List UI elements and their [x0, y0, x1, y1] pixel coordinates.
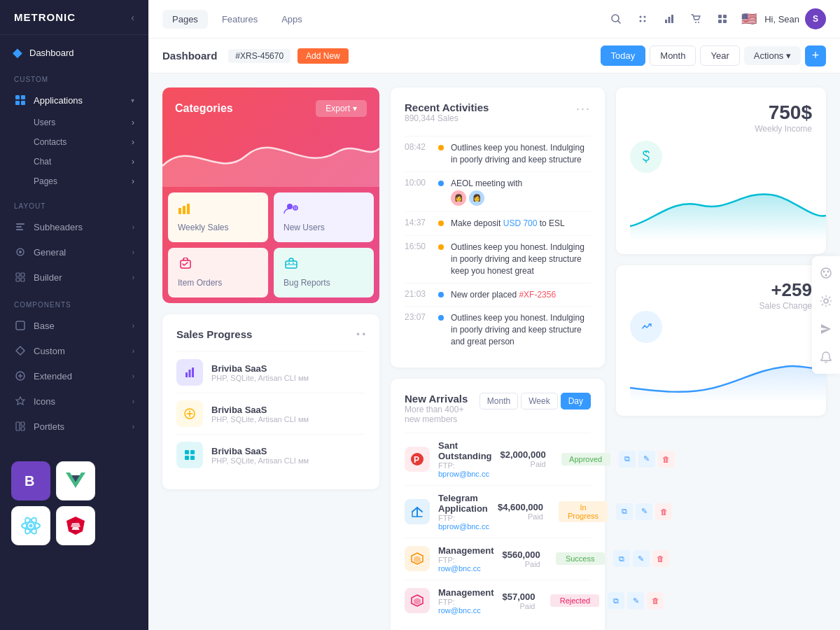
sp-sub-1: PHP, SQLite, Artisan CLI мм	[211, 415, 365, 424]
na-badge-1: In Progress	[559, 501, 608, 522]
cat-new-users[interactable]: New Users	[274, 192, 374, 242]
page-tag: #XRS-45670	[228, 49, 290, 63]
sp-dots[interactable]: • •	[356, 329, 365, 340]
na-paid-3: Paid	[502, 602, 535, 610]
builder-label: Builder	[34, 272, 62, 283]
side-icon-send[interactable]	[816, 319, 836, 339]
svg-rect-4	[16, 223, 24, 225]
act-text-3: Outlines keep you honest. Indulging in p…	[451, 241, 591, 276]
activities-title: Recent Activities	[405, 102, 489, 113]
sales-progress-menu: • •	[356, 329, 365, 340]
top-navigation: Pages Features Apps 🇺🇸 Hi, Sean S	[148, 0, 840, 38]
item-orders-icon	[178, 258, 258, 274]
sidebar-item-portlets[interactable]: Portlets ›	[0, 414, 148, 439]
activities-title-area: Recent Activities 890,344 Sales	[405, 102, 489, 133]
sidebar-item-extended[interactable]: Extended ›	[0, 363, 148, 388]
sidebar-sub-chat[interactable]: Chat ›	[34, 152, 148, 172]
svg-rect-9	[16, 273, 20, 276]
na-icon-2	[405, 546, 430, 571]
new-arrivals-card: New Arrivals More than 400+ new members …	[391, 379, 605, 630]
sp-name-0: Briviba SaaS	[211, 363, 365, 374]
act-text-1: AEOL meeting with 👩 👩	[451, 178, 591, 206]
na-paid-0: Paid	[500, 460, 546, 468]
portlets-arrow: ›	[132, 423, 134, 430]
side-icon-palette[interactable]	[816, 263, 836, 283]
sidebar-sub-users[interactable]: Users ›	[34, 113, 148, 132]
export-button[interactable]: Export ▾	[316, 100, 367, 117]
cat-item-orders[interactable]: Item Orders	[168, 248, 268, 298]
flag-icon[interactable]: 🇺🇸	[738, 8, 760, 30]
sp-info-0: Briviba SaaS PHP, SQLite, Artisan CLI мм	[211, 363, 365, 382]
sidebar-item-custom-comp[interactable]: Custom ›	[0, 338, 148, 363]
svg-point-52	[288, 262, 290, 264]
svg-rect-3	[21, 101, 25, 105]
user-info[interactable]: Hi, Sean S	[764, 8, 826, 29]
bug-reports-icon	[284, 258, 364, 274]
sidebar-item-icons[interactable]: Icons ›	[0, 388, 148, 414]
vue-icon-box[interactable]	[56, 461, 95, 500]
sidebar-item-builder[interactable]: Builder ›	[0, 265, 148, 290]
applications-submenu: Users › Contacts › Chat › Pages ›	[0, 113, 148, 191]
na-row-2: Management FTP: row@bnc.cc $560,000 Paid…	[405, 538, 591, 580]
sidebar-sub-contacts[interactable]: Contacts ›	[34, 132, 148, 152]
grid-icon-btn[interactable]	[631, 8, 654, 30]
chat-arrow: ›	[132, 157, 134, 167]
na-amount-0: $2,000,000 Paid	[500, 449, 546, 468]
react-icon-box[interactable]	[11, 506, 50, 545]
cart-icon-btn[interactable]	[685, 8, 707, 30]
income-chart	[630, 184, 812, 240]
sidebar-item-base[interactable]: Base ›	[0, 313, 148, 338]
sidebar-toggle-icon[interactable]: ‹	[131, 12, 134, 23]
na-badge-3: Rejected	[550, 594, 599, 607]
btn-today[interactable]: Today	[601, 46, 646, 66]
content-area: Categories Export ▾	[148, 74, 840, 630]
activities-header: Recent Activities 890,344 Sales ···	[405, 102, 591, 133]
sales-progress-card: Sales Progress • • Briviba SaaS PHP, SQL…	[162, 314, 379, 489]
bootstrap-icon-box[interactable]: B	[11, 461, 50, 500]
new-users-label: New Users	[284, 223, 364, 232]
wave-chart	[162, 124, 379, 187]
sp-item-2: Briviba SaaS PHP, SQLite, Artisan CLI мм	[176, 434, 365, 475]
side-icon-settings[interactable]	[816, 291, 836, 311]
sidebar-item-applications[interactable]: Applications ▾	[0, 88, 148, 113]
svg-point-73	[825, 274, 827, 276]
sidebar-sub-pages[interactable]: Pages ›	[34, 172, 148, 191]
na-title-area: New Arrivals More than 400+ new members	[405, 393, 479, 433]
dashboard-nav-item[interactable]: ◆ Dashboard	[0, 35, 148, 64]
applications-chevron: ▾	[131, 97, 134, 104]
layout-icon-btn[interactable]	[711, 8, 734, 30]
avatar-1: 👩	[451, 190, 466, 206]
na-price-3: $57,000	[502, 592, 535, 602]
add-new-button[interactable]: Add New	[298, 48, 349, 64]
na-title: New Arrivals	[405, 393, 479, 405]
svg-point-39	[695, 22, 696, 23]
cat-bug-reports[interactable]: Bug Reports	[274, 248, 374, 298]
tab-pages[interactable]: Pages	[162, 10, 208, 29]
search-icon-btn[interactable]	[605, 8, 627, 30]
btn-year[interactable]: Year	[700, 46, 739, 66]
add-icon-btn[interactable]: +	[805, 46, 826, 66]
sp-item-0: Briviba SaaS PHP, SQLite, Artisan CLI мм	[176, 351, 365, 393]
act-time-0: 08:42	[405, 142, 431, 152]
section-label-components: COMPONENTS	[0, 290, 148, 313]
tab-features[interactable]: Features	[212, 10, 267, 29]
cat-weekly-sales[interactable]: Weekly Sales	[168, 192, 268, 242]
svg-point-72	[827, 271, 830, 273]
sidebar-item-subheaders[interactable]: Subheaders ›	[0, 214, 148, 239]
sidebar-item-general[interactable]: General ›	[0, 239, 148, 265]
side-icon-bell[interactable]	[816, 347, 836, 367]
na-tab-month[interactable]: Month	[479, 393, 518, 410]
user-avatar: S	[805, 8, 826, 29]
tab-apps[interactable]: Apps	[272, 10, 312, 29]
na-tab-day[interactable]: Day	[561, 393, 591, 410]
na-tab-week[interactable]: Week	[521, 393, 557, 410]
activities-menu-dots[interactable]: ···	[576, 102, 591, 116]
svg-rect-13	[16, 321, 24, 330]
chart-icon-btn[interactable]	[658, 8, 680, 30]
actions-dropdown[interactable]: Actions ▾	[744, 46, 801, 65]
angular-icon-box[interactable]	[56, 506, 95, 545]
svg-rect-46	[183, 206, 186, 214]
btn-month[interactable]: Month	[650, 46, 696, 66]
right-column: 750$ Weekly Income	[616, 88, 826, 616]
svg-rect-60	[185, 456, 189, 460]
